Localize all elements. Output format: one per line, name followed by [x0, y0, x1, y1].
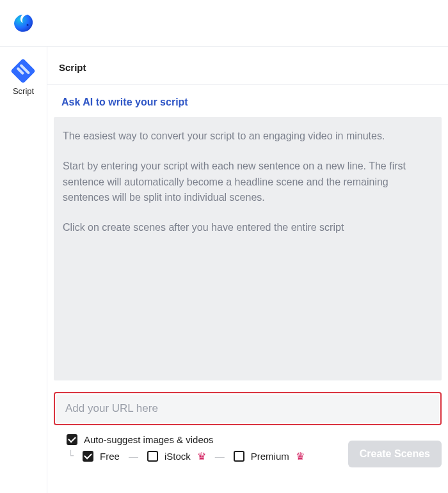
source-istock-checkbox[interactable] [147, 451, 158, 462]
top-bar [0, 0, 448, 46]
url-input-highlight [54, 392, 442, 425]
crown-icon: ♛ [296, 451, 305, 462]
options-row: Auto-suggest images & videos └ Free — iS… [47, 425, 448, 467]
fish-logo-icon [12, 11, 36, 35]
source-free-checkbox[interactable] [83, 451, 93, 462]
url-input[interactable] [56, 395, 439, 423]
main-panel: Script Ask AI to write your script The e… [47, 47, 448, 493]
options-left: Auto-suggest images & videos └ Free — iS… [67, 434, 305, 462]
tree-connector-icon: └ [68, 450, 76, 462]
source-premium-label: Premium [251, 451, 289, 462]
source-free-label: Free [100, 451, 120, 462]
page-title: Script [47, 47, 448, 85]
separator: — [126, 451, 141, 462]
sidebar: Script [0, 47, 47, 493]
app-body: Script Script Ask AI to write your scrip… [0, 46, 448, 493]
separator: — [212, 451, 227, 462]
script-placeholder-line: Start by entering your script with each … [63, 159, 433, 206]
source-premium-checkbox[interactable] [234, 451, 244, 462]
script-placeholder-line: The easiest way to convert your script t… [63, 129, 433, 145]
ask-ai-link[interactable]: Ask AI to write your script [47, 85, 448, 117]
script-icon [11, 58, 36, 84]
svg-point-0 [27, 24, 29, 26]
script-placeholder-line: Click on create scenes after you have en… [63, 220, 433, 236]
app-logo [12, 11, 36, 35]
source-istock-label: iStock [164, 451, 191, 462]
source-options: └ Free — iStock ♛ — Premium ♛ [67, 450, 305, 462]
crown-icon: ♛ [197, 451, 206, 462]
create-scenes-button[interactable]: Create Scenes [348, 441, 442, 467]
script-input[interactable]: The easiest way to convert your script t… [54, 117, 442, 380]
auto-suggest-checkbox[interactable] [67, 434, 77, 445]
auto-suggest-option[interactable]: Auto-suggest images & videos [67, 434, 305, 445]
auto-suggest-label: Auto-suggest images & videos [84, 434, 214, 445]
sidebar-item-script[interactable]: Script [13, 62, 34, 96]
sidebar-item-label: Script [13, 86, 34, 96]
